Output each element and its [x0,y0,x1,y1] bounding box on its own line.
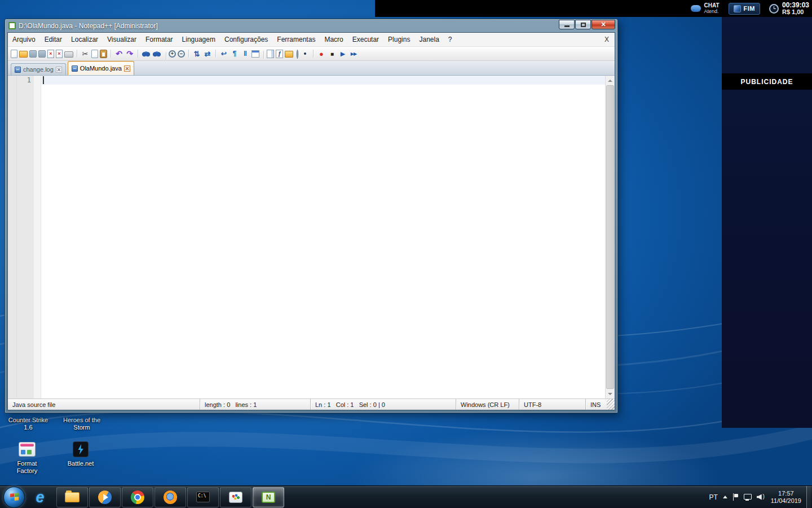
status-doc-type: Java source file [8,399,200,410]
scroll-up-icon[interactable] [606,76,615,85]
maximize-button[interactable] [575,20,591,29]
status-cursor-position: Ln : 1 Col : 1 Sel : 0 | 0 [310,399,456,410]
taskbar-explorer-button[interactable] [56,487,88,507]
menu-item[interactable]: Visualizar [103,33,141,47]
menu-item[interactable]: Executar [348,33,383,47]
close-icon[interactable]: × [47,50,54,58]
menu-item[interactable]: Configurações [220,33,272,47]
taskbar-paint-button[interactable] [220,487,251,507]
undo-icon[interactable]: ↶ [114,49,123,58]
minimize-button[interactable] [559,20,575,29]
editor-text-area[interactable] [41,76,605,398]
tab-close-icon[interactable] [124,65,130,72]
fim-button[interactable]: FIM [729,3,760,15]
tab-olamundo-java[interactable]: OlaMundo.java [68,61,134,75]
open-icon[interactable] [19,51,28,58]
status-length: length : 0 lines : 1 [200,399,310,410]
scroll-down-icon[interactable] [606,389,615,398]
close-all-icon[interactable]: × [56,50,63,58]
desktop-icon-label: Heroes of the [56,417,108,424]
window-titlebar[interactable]: D:\OlaMundo.java - Notepad++ [Administra… [7,19,615,32]
desktop-icon-label: Format Factory [10,460,45,475]
volume-icon[interactable] [757,494,765,501]
desktop-icon-label: Storm [56,424,108,431]
function-list-icon[interactable]: ƒ [276,50,283,58]
sync-vertical-icon[interactable]: ⇅ [192,49,201,58]
editor: 1 [8,76,615,398]
macro-play-icon[interactable]: ▶ [338,49,347,58]
desktop-icon-label: Battle.net [63,460,98,467]
replace-icon[interactable] [152,49,161,58]
app-icon [131,491,144,504]
taskbar-notepadpp-button[interactable]: N [253,487,284,507]
menu-item[interactable]: Macro [320,33,347,47]
menu-item[interactable]: Localizar [67,33,103,47]
network-icon[interactable] [744,494,752,501]
indent-guide-icon[interactable]: ‖ [241,49,250,58]
timer-clock-icon [769,4,779,14]
menubar-close-icon[interactable]: X [599,36,615,43]
cut-icon[interactable]: ✂ [81,49,90,58]
folder-as-workspace-icon[interactable] [285,51,293,58]
macro-run-multiple-icon[interactable]: ▶▶ [349,49,358,58]
window-title: D:\OlaMundo.java - Notepad++ [Administra… [19,22,554,30]
chat-button[interactable]: CHAT Atend. [691,3,719,14]
macro-record-icon[interactable]: ● [317,49,326,58]
tab-change-log[interactable]: change.log [11,63,66,75]
print-icon[interactable] [64,51,73,58]
app-icon: N [262,492,275,503]
desktop-icon-counter-strike[interactable]: Counter Strike 1.6 [2,417,54,431]
lanhouse-ad-panel: PUBLICIDADE [722,17,812,428]
word-wrap-icon[interactable]: ↩ [219,49,228,58]
taskbar-ie-button[interactable] [29,487,51,508]
desktop-icon-battle-net[interactable]: Battle.net [63,440,98,467]
resize-grip[interactable] [607,399,615,410]
copy-icon[interactable] [91,50,98,58]
zoom-out-icon[interactable]: − [178,50,185,58]
find-icon[interactable] [142,49,151,58]
menu-item[interactable]: Editar [40,33,67,47]
taskbar-media-player-button[interactable] [89,487,121,507]
redo-icon[interactable]: ↷ [125,49,134,58]
taskbar-cmd-button[interactable]: C:\ [187,487,219,507]
vertical-scrollbar[interactable] [605,76,615,398]
menu-item[interactable]: Arquivo [8,33,40,47]
user-defined-dialog-icon[interactable] [251,50,259,58]
zoom-in-icon[interactable]: + [169,50,176,58]
sync-horizontal-icon[interactable]: ⇄ [203,49,212,58]
menu-item[interactable]: ? [444,33,457,47]
scrollbar-thumb[interactable] [606,85,614,389]
toolbar: ××✂↶↷+−⇅⇄↩¶‖ƒ●■▶▶▶ [8,47,615,61]
document-map-icon[interactable] [267,50,274,58]
save-all-icon[interactable] [38,50,46,58]
save-icon[interactable] [29,50,37,58]
start-button[interactable] [3,487,25,508]
minimize-icon [564,25,570,27]
action-center-icon[interactable] [732,493,739,501]
new-file-icon[interactable] [11,50,17,58]
text-caret [43,76,44,84]
session-credit: R$ 1,00 [782,8,809,15]
menu-item[interactable]: Janela [414,33,443,47]
paste-icon[interactable] [100,50,107,58]
monitoring-icon[interactable] [301,49,310,58]
close-window-button[interactable] [592,20,615,29]
taskbar-chrome-button[interactable] [122,487,153,507]
menu-item[interactable]: Ferramentas [272,33,320,47]
app-icon [229,492,242,503]
taskbar-firefox-button[interactable] [155,487,186,507]
tray-expand-icon[interactable] [723,496,727,498]
show-desktop-button[interactable] [806,486,811,508]
menu-item[interactable]: Linguagem [178,33,220,47]
menu-item[interactable]: Formatar [141,33,178,47]
menu-item[interactable]: Plugins [383,33,414,47]
taskbar: C:\ N PT 17:57 11/04/2019 [0,485,812,508]
show-all-characters-icon[interactable]: ¶ [230,49,239,58]
tab-close-icon[interactable] [56,67,62,73]
desktop-icon-heroes-of-the-storm[interactable]: Heroes of the Storm [56,417,108,431]
desktop-icon-format-factory[interactable]: Format Factory [10,440,45,475]
language-indicator[interactable]: PT [709,493,717,501]
tray-clock[interactable]: 17:57 11/04/2019 [771,490,801,505]
internet-explorer-icon [36,489,44,506]
macro-stop-icon[interactable]: ■ [328,49,337,58]
